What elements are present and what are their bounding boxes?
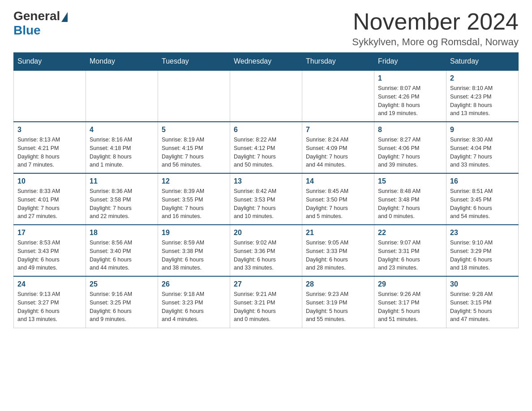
calendar-header-row: SundayMondayTuesdayWednesdayThursdayFrid… (14, 53, 519, 71)
calendar-cell: 18Sunrise: 8:56 AM Sunset: 3:40 PM Dayli… (86, 225, 158, 276)
calendar-cell: 15Sunrise: 8:48 AM Sunset: 3:48 PM Dayli… (374, 173, 446, 225)
day-info: Sunrise: 9:28 AM Sunset: 3:15 PM Dayligh… (450, 290, 515, 324)
calendar-cell: 26Sunrise: 9:18 AM Sunset: 3:23 PM Dayli… (158, 276, 230, 328)
calendar-cell: 13Sunrise: 8:42 AM Sunset: 3:53 PM Dayli… (230, 173, 302, 225)
calendar-cell: 25Sunrise: 9:16 AM Sunset: 3:25 PM Dayli… (86, 276, 158, 328)
day-number: 2 (450, 74, 515, 82)
day-number: 29 (378, 280, 442, 288)
calendar-cell (158, 70, 230, 122)
day-number: 8 (378, 126, 442, 134)
calendar-cell: 7Sunrise: 8:24 AM Sunset: 4:09 PM Daylig… (302, 122, 374, 173)
calendar-cell (86, 70, 158, 122)
day-number: 22 (378, 229, 442, 237)
calendar-cell: 28Sunrise: 9:23 AM Sunset: 3:19 PM Dayli… (302, 276, 374, 328)
day-info: Sunrise: 8:51 AM Sunset: 3:45 PM Dayligh… (450, 187, 515, 221)
day-info: Sunrise: 9:18 AM Sunset: 3:23 PM Dayligh… (162, 290, 226, 324)
day-number: 3 (17, 126, 82, 134)
day-number: 16 (450, 177, 515, 185)
calendar-cell (302, 70, 374, 122)
day-info: Sunrise: 8:30 AM Sunset: 4:04 PM Dayligh… (450, 136, 515, 169)
calendar-cell: 2Sunrise: 8:10 AM Sunset: 4:23 PM Daylig… (446, 70, 519, 122)
day-info: Sunrise: 8:16 AM Sunset: 4:18 PM Dayligh… (90, 136, 154, 169)
logo-general-text: General (13, 9, 60, 23)
day-number: 27 (234, 280, 298, 288)
calendar-cell: 5Sunrise: 8:19 AM Sunset: 4:15 PM Daylig… (158, 122, 230, 173)
day-info: Sunrise: 9:10 AM Sunset: 3:29 PM Dayligh… (450, 239, 515, 272)
calendar-cell: 12Sunrise: 8:39 AM Sunset: 3:55 PM Dayli… (158, 173, 230, 225)
day-info: Sunrise: 8:13 AM Sunset: 4:21 PM Dayligh… (17, 136, 82, 169)
month-title: November 2024 (352, 9, 519, 34)
day-info: Sunrise: 8:42 AM Sunset: 3:53 PM Dayligh… (234, 187, 298, 221)
day-info: Sunrise: 8:33 AM Sunset: 4:01 PM Dayligh… (17, 187, 82, 221)
day-number: 4 (90, 126, 154, 134)
calendar-cell: 17Sunrise: 8:53 AM Sunset: 3:43 PM Dayli… (14, 225, 86, 276)
calendar-cell: 14Sunrise: 8:45 AM Sunset: 3:50 PM Dayli… (302, 173, 374, 225)
day-number: 15 (378, 177, 442, 185)
week-row: 1Sunrise: 8:07 AM Sunset: 4:26 PM Daylig… (14, 70, 519, 122)
logo-arrow-icon (61, 12, 68, 22)
day-info: Sunrise: 8:19 AM Sunset: 4:15 PM Dayligh… (162, 136, 226, 169)
week-row: 3Sunrise: 8:13 AM Sunset: 4:21 PM Daylig… (14, 122, 519, 173)
day-number: 25 (90, 280, 154, 288)
day-info: Sunrise: 9:23 AM Sunset: 3:19 PM Dayligh… (306, 290, 370, 324)
day-info: Sunrise: 9:02 AM Sunset: 3:36 PM Dayligh… (234, 239, 298, 272)
day-number: 9 (450, 126, 515, 134)
day-info: Sunrise: 8:53 AM Sunset: 3:43 PM Dayligh… (17, 239, 82, 272)
day-number: 20 (234, 229, 298, 237)
day-info: Sunrise: 9:07 AM Sunset: 3:31 PM Dayligh… (378, 239, 442, 272)
day-info: Sunrise: 8:59 AM Sunset: 3:38 PM Dayligh… (162, 239, 226, 272)
day-info: Sunrise: 8:36 AM Sunset: 3:58 PM Dayligh… (90, 187, 154, 221)
day-number: 10 (17, 177, 82, 185)
day-number: 24 (17, 280, 82, 288)
day-info: Sunrise: 8:27 AM Sunset: 4:06 PM Dayligh… (378, 136, 442, 169)
logo-blue-text: Blue (13, 23, 41, 38)
day-number: 28 (306, 280, 370, 288)
day-number: 21 (306, 229, 370, 237)
week-row: 24Sunrise: 9:13 AM Sunset: 3:27 PM Dayli… (14, 276, 519, 328)
calendar-cell: 29Sunrise: 9:26 AM Sunset: 3:17 PM Dayli… (374, 276, 446, 328)
page-header: General Blue November 2024 Sykkylven, Mo… (13, 9, 519, 48)
day-info: Sunrise: 8:07 AM Sunset: 4:26 PM Dayligh… (378, 84, 442, 118)
calendar-cell: 6Sunrise: 8:22 AM Sunset: 4:12 PM Daylig… (230, 122, 302, 173)
day-of-week-header: Wednesday (230, 53, 302, 71)
day-number: 13 (234, 177, 298, 185)
day-number: 6 (234, 126, 298, 134)
day-info: Sunrise: 9:26 AM Sunset: 3:17 PM Dayligh… (378, 290, 442, 324)
day-number: 18 (90, 229, 154, 237)
calendar-cell: 20Sunrise: 9:02 AM Sunset: 3:36 PM Dayli… (230, 225, 302, 276)
calendar-cell: 3Sunrise: 8:13 AM Sunset: 4:21 PM Daylig… (14, 122, 86, 173)
calendar-cell: 30Sunrise: 9:28 AM Sunset: 3:15 PM Dayli… (446, 276, 519, 328)
day-number: 30 (450, 280, 515, 288)
calendar-cell: 8Sunrise: 8:27 AM Sunset: 4:06 PM Daylig… (374, 122, 446, 173)
calendar-cell: 21Sunrise: 9:05 AM Sunset: 3:33 PM Dayli… (302, 225, 374, 276)
day-info: Sunrise: 9:13 AM Sunset: 3:27 PM Dayligh… (17, 290, 82, 324)
title-block: November 2024 Sykkylven, More og Romsdal… (352, 9, 519, 48)
calendar-cell: 10Sunrise: 8:33 AM Sunset: 4:01 PM Dayli… (14, 173, 86, 225)
day-info: Sunrise: 8:24 AM Sunset: 4:09 PM Dayligh… (306, 136, 370, 169)
calendar-cell: 4Sunrise: 8:16 AM Sunset: 4:18 PM Daylig… (86, 122, 158, 173)
calendar-cell: 27Sunrise: 9:21 AM Sunset: 3:21 PM Dayli… (230, 276, 302, 328)
day-number: 1 (378, 74, 442, 82)
day-number: 14 (306, 177, 370, 185)
calendar-table: SundayMondayTuesdayWednesdayThursdayFrid… (13, 52, 519, 328)
day-info: Sunrise: 9:21 AM Sunset: 3:21 PM Dayligh… (234, 290, 298, 324)
day-number: 7 (306, 126, 370, 134)
day-info: Sunrise: 9:05 AM Sunset: 3:33 PM Dayligh… (306, 239, 370, 272)
day-number: 17 (17, 229, 82, 237)
day-number: 11 (90, 177, 154, 185)
day-number: 23 (450, 229, 515, 237)
calendar-cell: 22Sunrise: 9:07 AM Sunset: 3:31 PM Dayli… (374, 225, 446, 276)
calendar-cell (230, 70, 302, 122)
day-info: Sunrise: 8:39 AM Sunset: 3:55 PM Dayligh… (162, 187, 226, 221)
week-row: 10Sunrise: 8:33 AM Sunset: 4:01 PM Dayli… (14, 173, 519, 225)
calendar-cell: 24Sunrise: 9:13 AM Sunset: 3:27 PM Dayli… (14, 276, 86, 328)
day-info: Sunrise: 8:48 AM Sunset: 3:48 PM Dayligh… (378, 187, 442, 221)
day-of-week-header: Thursday (302, 53, 374, 71)
calendar-cell: 11Sunrise: 8:36 AM Sunset: 3:58 PM Dayli… (86, 173, 158, 225)
week-row: 17Sunrise: 8:53 AM Sunset: 3:43 PM Dayli… (14, 225, 519, 276)
day-info: Sunrise: 8:45 AM Sunset: 3:50 PM Dayligh… (306, 187, 370, 221)
day-number: 26 (162, 280, 226, 288)
day-info: Sunrise: 8:56 AM Sunset: 3:40 PM Dayligh… (90, 239, 154, 272)
day-info: Sunrise: 8:10 AM Sunset: 4:23 PM Dayligh… (450, 84, 515, 118)
day-of-week-header: Saturday (446, 53, 519, 71)
